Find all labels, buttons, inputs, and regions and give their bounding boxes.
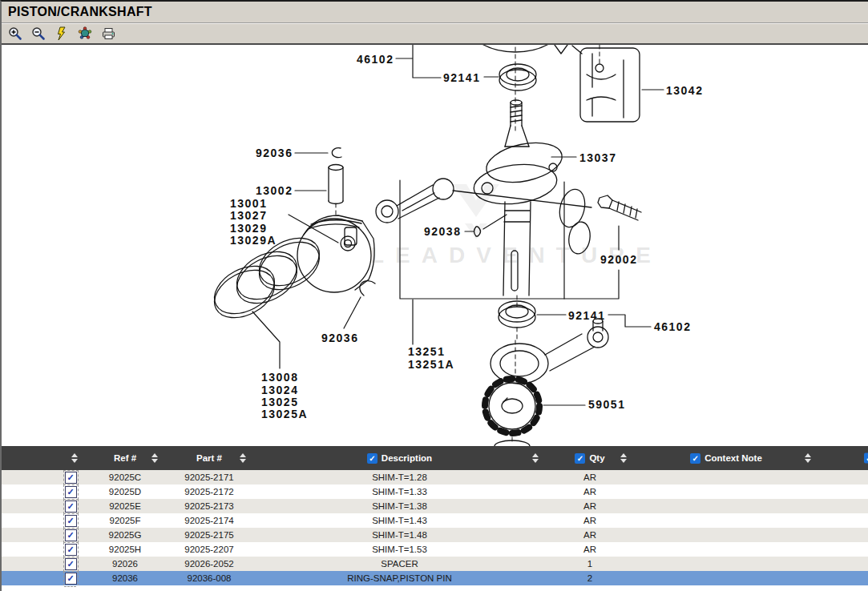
context-note-cell xyxy=(634,542,818,557)
column-header-description: ✓ Description xyxy=(253,446,546,470)
column-header-extra: ✓ xyxy=(818,446,868,470)
table-row[interactable]: ✓ 92025C 92025-2171 SHIM-T=1.28 AR xyxy=(2,470,868,484)
description-cell: SHIM-T=1.43 xyxy=(253,513,546,528)
column-header-select xyxy=(2,446,85,470)
ref-cell: 92025F xyxy=(85,513,165,528)
ref-cell: 92025H xyxy=(85,542,165,557)
part-label-13025a[interactable]: 13025A xyxy=(261,408,308,420)
connecting-rod-lower xyxy=(491,319,608,384)
sort-icon[interactable] xyxy=(532,453,539,463)
exploded-diagram: LEADVENTURE 46102 92141 13042 92036 1300… xyxy=(2,45,868,446)
part-label-13029[interactable]: 13029 xyxy=(230,223,267,234)
context-note-cell xyxy=(634,557,818,571)
flash-icon[interactable] xyxy=(54,26,70,42)
qty-cell: AR xyxy=(546,484,634,499)
part-label-13251a[interactable]: 13251A xyxy=(408,359,454,370)
context-note-cell xyxy=(634,571,818,585)
table-row[interactable]: ✓ 92025E 92025-2173 SHIM-T=1.38 AR xyxy=(2,499,868,513)
parts-catalog-window: PISTON/CRANKSHAFT xyxy=(0,0,868,591)
part-label-13024[interactable]: 13024 xyxy=(261,384,298,396)
piston-pin-13002 xyxy=(329,165,343,204)
ref-cell: 92025C xyxy=(85,470,165,484)
description-cell: RING-SNAP,PISTON PIN xyxy=(253,571,546,585)
column-header-context-note: ✓ Context Note xyxy=(634,446,818,470)
extra-column-checkbox[interactable]: ✓ xyxy=(864,453,868,464)
part-label-13027[interactable]: 13027 xyxy=(230,210,267,221)
context-note-cell xyxy=(634,513,818,528)
row-edit-icon[interactable]: ✓ xyxy=(65,486,77,498)
description-column-checkbox[interactable]: ✓ xyxy=(367,453,377,464)
row-edit-icon[interactable]: ✓ xyxy=(65,515,77,527)
row-edit-icon[interactable]: ✓ xyxy=(65,501,77,513)
qty-cell: AR xyxy=(546,528,634,542)
table-row[interactable]: ✓ 92026 92026-2052 SPACER 1 xyxy=(2,557,868,571)
qty-column-checkbox[interactable]: ✓ xyxy=(575,453,585,464)
part-label-13037[interactable]: 13037 xyxy=(579,152,616,163)
sort-icon[interactable] xyxy=(805,453,811,463)
zoom-out-icon[interactable] xyxy=(30,26,46,42)
row-edit-icon[interactable]: ✓ xyxy=(65,472,77,484)
part-label-13008[interactable]: 13008 xyxy=(261,372,298,383)
part-label-92036-top[interactable]: 92036 xyxy=(256,147,293,159)
part-cell: 92025-2175 xyxy=(165,528,253,542)
toolbar xyxy=(2,23,868,45)
column-header-ref: Ref # xyxy=(85,446,165,470)
row-edit-icon[interactable]: ✓ xyxy=(65,558,77,570)
flywheel-partial xyxy=(464,45,582,54)
qty-cell: AR xyxy=(546,513,634,528)
sort-icon[interactable] xyxy=(151,453,158,463)
context-note-cell xyxy=(634,484,818,499)
description-cell: SPACER xyxy=(253,557,546,571)
table-row[interactable]: ✓ 92025G 92025-2175 SHIM-T=1.48 AR xyxy=(2,528,868,542)
sort-icon[interactable] xyxy=(71,453,78,463)
context-note-column-checkbox[interactable]: ✓ xyxy=(690,453,700,464)
description-cell: SHIM-T=1.38 xyxy=(253,499,546,513)
part-cell: 92025-2207 xyxy=(165,542,253,557)
row-edit-icon[interactable]: ✓ xyxy=(65,544,77,556)
piston xyxy=(297,215,374,292)
block-13042 xyxy=(580,48,640,122)
ref-cell: 92025G xyxy=(85,528,165,542)
bolt-92002 xyxy=(598,195,641,220)
part-cell: 92026-2052 xyxy=(165,557,253,571)
title-bar: PISTON/CRANKSHAFT xyxy=(2,2,868,23)
sort-icon[interactable] xyxy=(620,453,627,463)
table-header-row: Ref # Part # ✓ Description ✓ xyxy=(2,446,868,470)
qty-cell: 1 xyxy=(546,557,634,571)
part-label-13001[interactable]: 13001 xyxy=(230,198,267,209)
row-edit-icon[interactable]: ✓ xyxy=(65,573,77,585)
zoom-in-icon[interactable] xyxy=(7,26,23,42)
part-label-59051[interactable]: 59051 xyxy=(588,399,625,410)
part-cell: 92036-008 xyxy=(165,571,253,585)
part-label-92141-low[interactable]: 92141 xyxy=(568,310,605,321)
qty-cell: AR xyxy=(546,470,634,484)
part-label-92038[interactable]: 92038 xyxy=(424,226,461,237)
part-label-13002[interactable]: 13002 xyxy=(256,185,293,196)
table-row[interactable]: ✓ 92025F 92025-2174 SHIM-T=1.43 AR xyxy=(2,513,868,528)
table-row[interactable]: ✓ 92025H 92025-2207 SHIM-T=1.53 AR xyxy=(2,542,868,557)
print-icon[interactable] xyxy=(100,26,116,42)
gear-59051 xyxy=(485,379,539,433)
qty-cell: 2 xyxy=(546,571,634,585)
page-title: PISTON/CRANKSHAFT xyxy=(8,5,152,19)
part-label-46102-low[interactable]: 46102 xyxy=(654,321,691,332)
table-row[interactable]: ✓ 92025D 92025-2172 SHIM-T=1.33 AR xyxy=(2,484,868,499)
part-cell: 92025-2171 xyxy=(165,470,253,484)
row-edit-icon[interactable]: ✓ xyxy=(65,529,77,541)
part-label-92002[interactable]: 92002 xyxy=(600,254,637,265)
part-label-92141-top[interactable]: 92141 xyxy=(443,72,480,83)
part-cell: 92025-2174 xyxy=(165,513,253,528)
sort-icon[interactable] xyxy=(240,453,246,463)
part-label-13251[interactable]: 13251 xyxy=(408,346,445,357)
table-row[interactable]: ✓ 92036 92036-008 RING-SNAP,PISTON PIN 2 xyxy=(2,571,868,585)
part-label-46102-top[interactable]: 46102 xyxy=(357,54,394,65)
part-label-13042[interactable]: 13042 xyxy=(666,85,703,96)
ref-cell: 92026 xyxy=(85,557,165,571)
hotspots-icon[interactable] xyxy=(77,26,93,42)
part-label-92036-low[interactable]: 92036 xyxy=(321,332,358,344)
part-label-13025[interactable]: 13025 xyxy=(261,396,298,408)
qty-cell: AR xyxy=(546,499,634,513)
part-label-13029a[interactable]: 13029A xyxy=(230,235,277,246)
snap-ring-top xyxy=(332,148,341,158)
part-cell: 92025-2172 xyxy=(165,484,253,499)
